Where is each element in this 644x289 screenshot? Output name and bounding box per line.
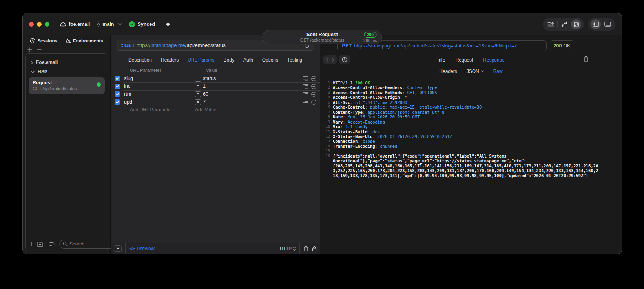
request-list-button[interactable]: [545, 19, 556, 29]
url-scheme: https://: [137, 42, 152, 48]
toggle-sidebar-button[interactable]: [591, 19, 601, 29]
param-row: rtm=60: [111, 90, 320, 98]
chevron-down-icon: [118, 23, 122, 25]
equals-icon: =: [195, 76, 201, 82]
row-menu-icon[interactable]: [303, 84, 308, 89]
tab-request[interactable]: Request: [456, 57, 473, 63]
url-editor[interactable]: https://statuspage.me/api/embed/status: [137, 42, 226, 48]
response-body[interactable]: 1HTTP/1.1 200 OK2Access-Control-Allow-He…: [320, 76, 622, 254]
branch-name: main: [102, 22, 114, 27]
sort-filter-button[interactable]: [49, 242, 56, 246]
sessions-tree: Foe.email HSP Request GET /api/embed/sta…: [26, 54, 108, 237]
tab-options[interactable]: Options: [262, 57, 278, 63]
param-checkbox[interactable]: [115, 99, 120, 105]
param-value[interactable]: 60: [203, 91, 303, 97]
group-foe-email[interactable]: Foe.email: [27, 58, 106, 67]
remove-session-button[interactable]: [37, 47, 42, 52]
param-name[interactable]: rtm: [124, 91, 195, 97]
line-text: [333, 149, 599, 153]
lock-icon[interactable]: [312, 246, 317, 251]
param-checkbox[interactable]: [115, 84, 120, 89]
line-text: Access-Control-Allow-Headers: Content-Ty…: [333, 85, 599, 90]
add-param-row[interactable]: Add URL Parameter Add Value: [111, 106, 320, 114]
response-line: 4Access-Control-Allow-Origin: *: [323, 95, 599, 100]
layout-group: [588, 18, 615, 31]
tab-environments[interactable]: Environments: [65, 38, 103, 44]
close-button[interactable]: [29, 22, 34, 27]
fullscreen-button[interactable]: [45, 22, 49, 27]
import-export-button[interactable]: [571, 19, 581, 29]
param-row-actions: [303, 76, 317, 82]
param-name[interactable]: slug: [124, 76, 195, 81]
line-number: 4: [323, 95, 333, 100]
remove-row-icon[interactable]: [311, 91, 317, 97]
param-value[interactable]: 1: [203, 84, 303, 89]
sync-branches-button[interactable]: [559, 19, 569, 29]
subtab-json[interactable]: JSON: [467, 69, 484, 74]
forward-icon[interactable]: [332, 58, 334, 62]
tab-testing[interactable]: Testing: [287, 57, 302, 63]
line-number: 6: [323, 105, 333, 109]
tab-response[interactable]: Response: [483, 57, 504, 63]
equals-icon: =: [195, 91, 201, 97]
tab-url-params[interactable]: URL Params: [188, 57, 214, 63]
param-name[interactable]: upd: [124, 99, 195, 105]
remove-row-icon[interactable]: [311, 99, 317, 105]
response-line: 2Access-Control-Allow-Headers: Content-T…: [323, 85, 599, 90]
row-menu-icon[interactable]: [303, 76, 308, 81]
synced-check-icon: [129, 21, 135, 27]
tab-body[interactable]: Body: [224, 57, 234, 63]
row-menu-icon[interactable]: [303, 100, 308, 104]
add-value-placeholder[interactable]: Add Value: [195, 107, 217, 113]
remove-row-icon[interactable]: [311, 84, 317, 89]
sync-status[interactable]: Synced: [129, 21, 155, 27]
url-path: /api/embed/status: [185, 42, 226, 48]
project-menu[interactable]: foe.email: [60, 22, 90, 27]
line-number: 8: [323, 115, 333, 119]
tab-headers[interactable]: Headers: [161, 57, 179, 63]
add-url-parameter-placeholder[interactable]: Add URL Parameter: [130, 107, 172, 113]
tab-info[interactable]: Info: [438, 57, 445, 63]
remove-row-icon[interactable]: [311, 76, 317, 82]
row-menu-icon[interactable]: [303, 92, 308, 96]
back-icon[interactable]: [326, 58, 328, 62]
line-number: 10: [323, 124, 333, 129]
line-number: 3: [323, 90, 333, 95]
share-icon[interactable]: [303, 245, 308, 251]
tab-description[interactable]: Description: [128, 57, 152, 63]
param-value[interactable]: 7: [203, 99, 303, 105]
toggle-bottom-panel-button[interactable]: [602, 19, 613, 29]
add-session-button[interactable]: [27, 47, 32, 52]
request-list-item[interactable]: Request GET /api/embed/status: [29, 77, 105, 94]
protocol-selector[interactable]: HTTP: [280, 246, 296, 251]
line-text: Transfer-Encoding: chunked: [333, 144, 599, 149]
subtab-raw[interactable]: Raw: [493, 69, 503, 74]
request-footer-bar: </> Preview HTTP: [111, 243, 320, 254]
param-value[interactable]: status: [203, 76, 303, 81]
subtab-headers[interactable]: Headers: [439, 69, 457, 74]
tab-sessions[interactable]: Sessions: [30, 38, 57, 44]
request-status-pill[interactable]: Sent Request GET /api/embed/status 200 2…: [263, 30, 382, 44]
response-line: 1HTTP/1.1 200 OK: [323, 80, 599, 85]
footer-right: HTTP: [280, 243, 317, 254]
history-clock-icon[interactable]: [339, 55, 350, 64]
add-request-button[interactable]: [29, 242, 34, 246]
subtab-json-label: JSON: [467, 69, 479, 74]
group-hsp[interactable]: HSP: [27, 67, 106, 76]
param-row-actions: [303, 99, 317, 105]
history-nav: [323, 55, 350, 64]
param-checkbox[interactable]: [115, 91, 120, 97]
response-line: 15: [323, 149, 599, 153]
collapse-panel-button[interactable]: [114, 245, 122, 252]
preview-button[interactable]: </> Preview: [129, 246, 155, 251]
col-value: Value: [206, 68, 217, 73]
sent-request-result: 200 280 ms: [363, 32, 377, 43]
method-selector[interactable]: GET: [121, 42, 135, 48]
tab-auth[interactable]: Auth: [243, 57, 253, 63]
branch-selector[interactable]: main: [97, 21, 122, 27]
new-folder-button[interactable]: [37, 242, 43, 247]
param-name[interactable]: inc: [124, 84, 195, 89]
minimize-button[interactable]: [37, 22, 42, 27]
export-response-icon[interactable]: [584, 56, 589, 62]
param-checkbox[interactable]: [115, 76, 120, 81]
